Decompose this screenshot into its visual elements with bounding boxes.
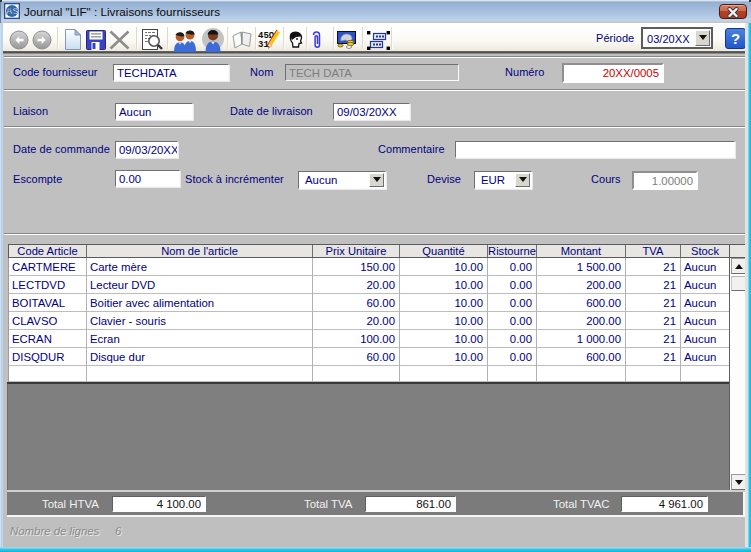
svg-text:AS: AS xyxy=(6,6,18,16)
